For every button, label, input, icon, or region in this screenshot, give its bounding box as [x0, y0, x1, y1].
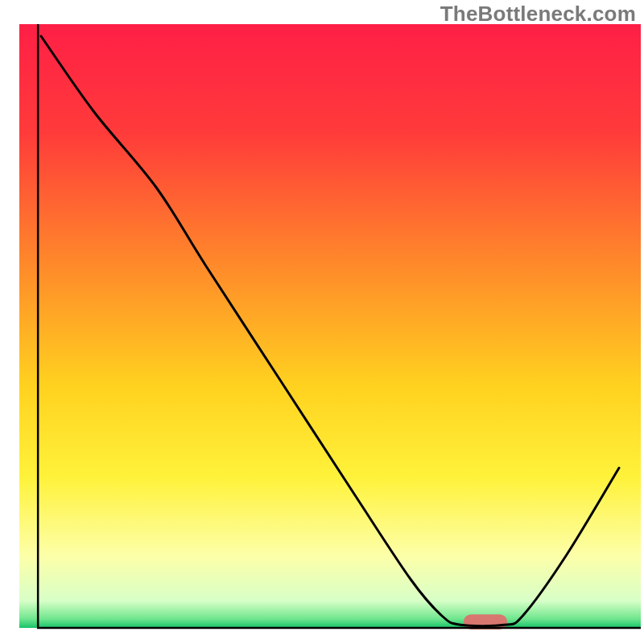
- gradient-background: [19, 24, 641, 628]
- watermark-label: TheBottleneck.com: [440, 2, 636, 27]
- chart-canvas: TheBottleneck.com: [0, 0, 644, 644]
- bottleneck-chart: [0, 0, 644, 644]
